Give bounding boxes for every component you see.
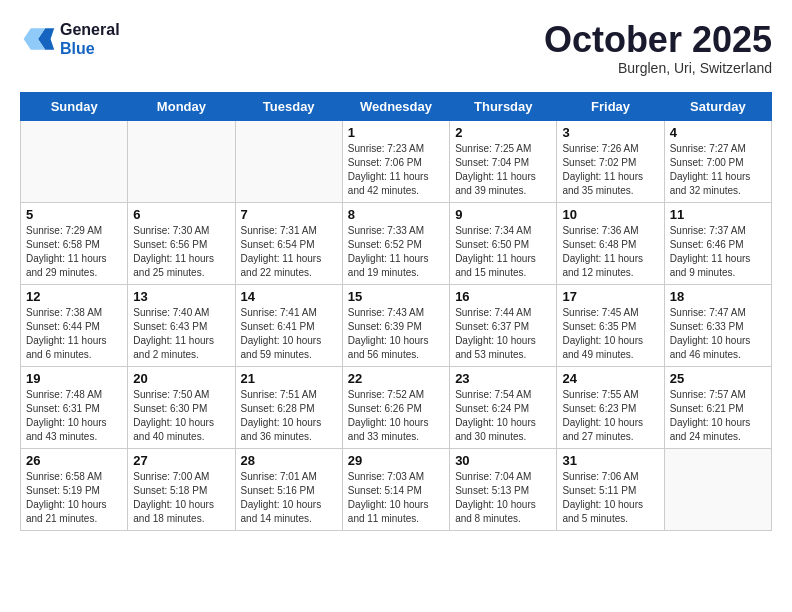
calendar-cell	[21, 120, 128, 202]
day-number: 25	[670, 371, 766, 386]
day-number: 2	[455, 125, 551, 140]
day-info: Sunrise: 7:23 AM Sunset: 7:06 PM Dayligh…	[348, 142, 444, 198]
day-number: 31	[562, 453, 658, 468]
calendar-cell: 24Sunrise: 7:55 AM Sunset: 6:23 PM Dayli…	[557, 366, 664, 448]
calendar-cell: 7Sunrise: 7:31 AM Sunset: 6:54 PM Daylig…	[235, 202, 342, 284]
weekday-header-monday: Monday	[128, 92, 235, 120]
calendar-cell: 26Sunrise: 6:58 AM Sunset: 5:19 PM Dayli…	[21, 448, 128, 530]
calendar-cell: 16Sunrise: 7:44 AM Sunset: 6:37 PM Dayli…	[450, 284, 557, 366]
logo: General Blue	[20, 20, 120, 58]
day-number: 14	[241, 289, 337, 304]
week-row-4: 19Sunrise: 7:48 AM Sunset: 6:31 PM Dayli…	[21, 366, 772, 448]
title-block: October 2025 Burglen, Uri, Switzerland	[544, 20, 772, 76]
weekday-header-friday: Friday	[557, 92, 664, 120]
day-number: 15	[348, 289, 444, 304]
day-info: Sunrise: 6:58 AM Sunset: 5:19 PM Dayligh…	[26, 470, 122, 526]
weekday-header-sunday: Sunday	[21, 92, 128, 120]
day-number: 24	[562, 371, 658, 386]
page-header: General Blue October 2025 Burglen, Uri, …	[20, 20, 772, 76]
calendar-cell: 23Sunrise: 7:54 AM Sunset: 6:24 PM Dayli…	[450, 366, 557, 448]
day-number: 21	[241, 371, 337, 386]
week-row-2: 5Sunrise: 7:29 AM Sunset: 6:58 PM Daylig…	[21, 202, 772, 284]
calendar-cell: 18Sunrise: 7:47 AM Sunset: 6:33 PM Dayli…	[664, 284, 771, 366]
calendar-cell: 29Sunrise: 7:03 AM Sunset: 5:14 PM Dayli…	[342, 448, 449, 530]
day-number: 8	[348, 207, 444, 222]
day-info: Sunrise: 7:44 AM Sunset: 6:37 PM Dayligh…	[455, 306, 551, 362]
day-info: Sunrise: 7:48 AM Sunset: 6:31 PM Dayligh…	[26, 388, 122, 444]
day-info: Sunrise: 7:06 AM Sunset: 5:11 PM Dayligh…	[562, 470, 658, 526]
day-number: 29	[348, 453, 444, 468]
day-info: Sunrise: 7:03 AM Sunset: 5:14 PM Dayligh…	[348, 470, 444, 526]
day-number: 7	[241, 207, 337, 222]
calendar-cell: 30Sunrise: 7:04 AM Sunset: 5:13 PM Dayli…	[450, 448, 557, 530]
calendar-cell: 19Sunrise: 7:48 AM Sunset: 6:31 PM Dayli…	[21, 366, 128, 448]
weekday-header-thursday: Thursday	[450, 92, 557, 120]
day-info: Sunrise: 7:52 AM Sunset: 6:26 PM Dayligh…	[348, 388, 444, 444]
calendar-cell: 3Sunrise: 7:26 AM Sunset: 7:02 PM Daylig…	[557, 120, 664, 202]
day-number: 9	[455, 207, 551, 222]
day-number: 17	[562, 289, 658, 304]
weekday-header-saturday: Saturday	[664, 92, 771, 120]
day-number: 10	[562, 207, 658, 222]
calendar-cell: 5Sunrise: 7:29 AM Sunset: 6:58 PM Daylig…	[21, 202, 128, 284]
weekday-header-tuesday: Tuesday	[235, 92, 342, 120]
day-number: 13	[133, 289, 229, 304]
calendar-cell: 20Sunrise: 7:50 AM Sunset: 6:30 PM Dayli…	[128, 366, 235, 448]
calendar-cell: 11Sunrise: 7:37 AM Sunset: 6:46 PM Dayli…	[664, 202, 771, 284]
calendar-cell: 21Sunrise: 7:51 AM Sunset: 6:28 PM Dayli…	[235, 366, 342, 448]
calendar-cell: 8Sunrise: 7:33 AM Sunset: 6:52 PM Daylig…	[342, 202, 449, 284]
weekday-header-row: SundayMondayTuesdayWednesdayThursdayFrid…	[21, 92, 772, 120]
day-info: Sunrise: 7:30 AM Sunset: 6:56 PM Dayligh…	[133, 224, 229, 280]
day-number: 12	[26, 289, 122, 304]
calendar-cell: 22Sunrise: 7:52 AM Sunset: 6:26 PM Dayli…	[342, 366, 449, 448]
day-info: Sunrise: 7:51 AM Sunset: 6:28 PM Dayligh…	[241, 388, 337, 444]
day-info: Sunrise: 7:57 AM Sunset: 6:21 PM Dayligh…	[670, 388, 766, 444]
weekday-header-wednesday: Wednesday	[342, 92, 449, 120]
calendar-cell: 17Sunrise: 7:45 AM Sunset: 6:35 PM Dayli…	[557, 284, 664, 366]
calendar-cell: 4Sunrise: 7:27 AM Sunset: 7:00 PM Daylig…	[664, 120, 771, 202]
calendar-cell: 10Sunrise: 7:36 AM Sunset: 6:48 PM Dayli…	[557, 202, 664, 284]
day-number: 1	[348, 125, 444, 140]
location-subtitle: Burglen, Uri, Switzerland	[544, 60, 772, 76]
day-info: Sunrise: 7:55 AM Sunset: 6:23 PM Dayligh…	[562, 388, 658, 444]
day-info: Sunrise: 7:41 AM Sunset: 6:41 PM Dayligh…	[241, 306, 337, 362]
calendar-cell: 27Sunrise: 7:00 AM Sunset: 5:18 PM Dayli…	[128, 448, 235, 530]
day-info: Sunrise: 7:31 AM Sunset: 6:54 PM Dayligh…	[241, 224, 337, 280]
day-number: 6	[133, 207, 229, 222]
calendar-cell	[128, 120, 235, 202]
day-info: Sunrise: 7:40 AM Sunset: 6:43 PM Dayligh…	[133, 306, 229, 362]
day-info: Sunrise: 7:38 AM Sunset: 6:44 PM Dayligh…	[26, 306, 122, 362]
day-number: 3	[562, 125, 658, 140]
week-row-5: 26Sunrise: 6:58 AM Sunset: 5:19 PM Dayli…	[21, 448, 772, 530]
month-title: October 2025	[544, 20, 772, 60]
day-number: 30	[455, 453, 551, 468]
calendar-cell: 2Sunrise: 7:25 AM Sunset: 7:04 PM Daylig…	[450, 120, 557, 202]
calendar-cell: 6Sunrise: 7:30 AM Sunset: 6:56 PM Daylig…	[128, 202, 235, 284]
calendar-cell: 1Sunrise: 7:23 AM Sunset: 7:06 PM Daylig…	[342, 120, 449, 202]
day-number: 27	[133, 453, 229, 468]
day-number: 19	[26, 371, 122, 386]
day-number: 16	[455, 289, 551, 304]
day-info: Sunrise: 7:54 AM Sunset: 6:24 PM Dayligh…	[455, 388, 551, 444]
day-number: 18	[670, 289, 766, 304]
day-info: Sunrise: 7:43 AM Sunset: 6:39 PM Dayligh…	[348, 306, 444, 362]
week-row-3: 12Sunrise: 7:38 AM Sunset: 6:44 PM Dayli…	[21, 284, 772, 366]
day-info: Sunrise: 7:27 AM Sunset: 7:00 PM Dayligh…	[670, 142, 766, 198]
calendar-cell: 15Sunrise: 7:43 AM Sunset: 6:39 PM Dayli…	[342, 284, 449, 366]
day-info: Sunrise: 7:29 AM Sunset: 6:58 PM Dayligh…	[26, 224, 122, 280]
day-info: Sunrise: 7:37 AM Sunset: 6:46 PM Dayligh…	[670, 224, 766, 280]
day-number: 4	[670, 125, 766, 140]
day-info: Sunrise: 7:25 AM Sunset: 7:04 PM Dayligh…	[455, 142, 551, 198]
day-number: 28	[241, 453, 337, 468]
calendar-cell: 14Sunrise: 7:41 AM Sunset: 6:41 PM Dayli…	[235, 284, 342, 366]
calendar-cell: 13Sunrise: 7:40 AM Sunset: 6:43 PM Dayli…	[128, 284, 235, 366]
day-number: 26	[26, 453, 122, 468]
logo-icon	[20, 21, 56, 57]
day-number: 20	[133, 371, 229, 386]
calendar-cell: 12Sunrise: 7:38 AM Sunset: 6:44 PM Dayli…	[21, 284, 128, 366]
day-info: Sunrise: 7:45 AM Sunset: 6:35 PM Dayligh…	[562, 306, 658, 362]
day-number: 5	[26, 207, 122, 222]
day-info: Sunrise: 7:00 AM Sunset: 5:18 PM Dayligh…	[133, 470, 229, 526]
day-info: Sunrise: 7:26 AM Sunset: 7:02 PM Dayligh…	[562, 142, 658, 198]
day-info: Sunrise: 7:33 AM Sunset: 6:52 PM Dayligh…	[348, 224, 444, 280]
